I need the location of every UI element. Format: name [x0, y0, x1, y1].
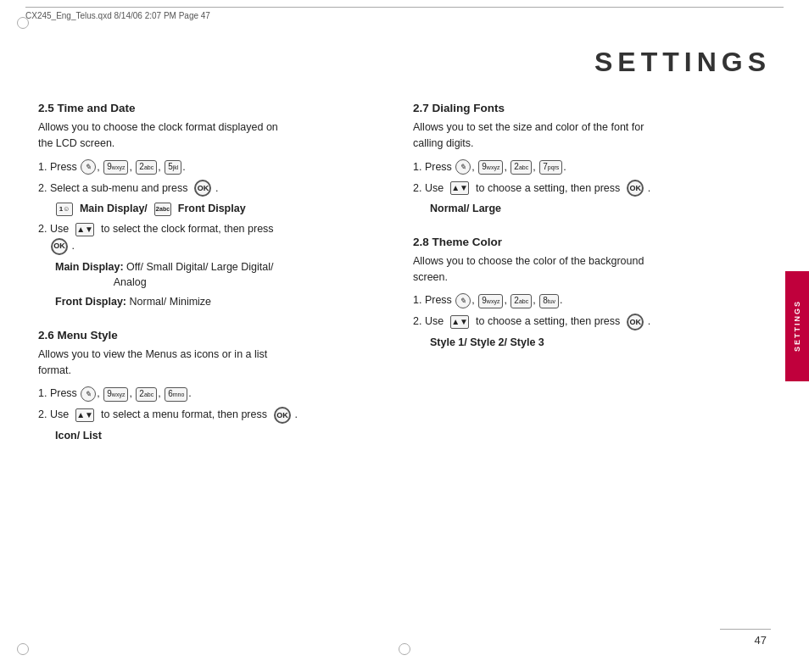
corner-circle-bl	[17, 643, 29, 655]
section-28-desc: Allows you to choose the color of the ba…	[413, 253, 762, 286]
section-25-values2: Front Display: Normal/ Minimize	[38, 294, 388, 310]
key-pencil-3: ✎	[455, 159, 471, 175]
corner-circle-bc	[399, 643, 410, 655]
section-26-step1: 1. Press ✎, 9wxyz, 2abc, 6mno.	[38, 385, 388, 402]
key-ok-2: OK	[51, 238, 68, 255]
section-dialing-fonts: 2.7 Dialing Fonts Allows you to set the …	[413, 102, 762, 217]
section-27-step2: 2. Use ▲▼ to choose a setting, then pres…	[413, 180, 762, 197]
right-column: 2.7 Dialing Fonts Allows you to set the …	[413, 102, 762, 621]
key-9: 9wxyz	[103, 160, 128, 175]
key-ok-1: OK	[194, 180, 211, 197]
section-28-title: 2.8 Theme Color	[413, 236, 762, 248]
section-27-step1: 1. Press ✎, 9wxyz, 2abc, 7pqrs.	[413, 158, 762, 175]
section-25-submenu: 1☺ Main Display/ 2abc Front Display	[38, 201, 388, 217]
section-28-step1: 1. Press ✎, 9wxyz, 2abc, 8tuv.	[413, 292, 762, 308]
icon-1abc: 1☺	[56, 203, 73, 216]
section-menu-style: 2.6 Menu Style Allows you to view the Me…	[38, 329, 388, 444]
sidebar-tab: SETTINGS	[785, 271, 809, 381]
section-27-desc: Allows you to set the size and color of …	[413, 119, 762, 152]
settings-title: SETTINGS	[594, 47, 771, 78]
section-27-title: 2.7 Dialing Fonts	[413, 102, 762, 114]
key-5: 5jkl	[165, 160, 181, 175]
section-time-date: 2.5 Time and Date Allows you to choose t…	[38, 102, 388, 310]
section-26-desc: Allows you to view the Menus as icons or…	[38, 347, 388, 379]
key-8: 8tuv	[539, 294, 559, 308]
section-25-title: 2.5 Time and Date	[38, 102, 388, 114]
sidebar-tab-label: SETTINGS	[793, 300, 801, 352]
key-2-3: 2abc	[511, 160, 532, 175]
key-9-4: 9wxyz	[478, 294, 503, 308]
key-ok-4: OK	[627, 180, 644, 197]
key-ok-5: OK	[627, 314, 644, 330]
section-28-step2: 2. Use ▲▼ to choose a setting, then pres…	[413, 313, 762, 330]
key-nav-2: ▲▼	[75, 408, 94, 422]
key-pencil-4: ✎	[455, 293, 471, 308]
section-25-step2: 2. Select a sub-menu and press OK .	[38, 180, 388, 197]
section-25-step1: 1. Press ✎, 9wxyz, 2abc, 5jkl.	[38, 158, 388, 175]
left-column: 2.5 Time and Date Allows you to choose t…	[38, 102, 388, 621]
key-9-3: 9wxyz	[478, 160, 503, 175]
label-styles: Style 1/ Style 2/ Style 3	[430, 336, 544, 348]
section-25-desc: Allows you to choose the clock format di…	[38, 119, 388, 152]
icon-2abc: 2abc	[154, 203, 171, 216]
section-theme-color: 2.8 Theme Color Allows you to choose the…	[413, 236, 762, 351]
section-26-values: Icon/ List	[38, 428, 388, 444]
label-main-display-values: Main Display:	[55, 261, 124, 273]
key-2-1: 2abc	[136, 160, 157, 175]
label-icon-list: Icon/ List	[55, 430, 102, 442]
section-26-title: 2.6 Menu Style	[38, 329, 388, 342]
section-25-step3: 2. Use ▲▼ to select the clock format, th…	[38, 220, 388, 255]
label-front-display-values: Front Display:	[55, 296, 126, 308]
label-front-display: Front Display	[178, 203, 246, 214]
page-number: 47	[755, 634, 767, 647]
key-ok-3: OK	[274, 407, 291, 424]
key-nav-4: ▲▼	[450, 315, 469, 329]
main-content: 2.5 Time and Date Allows you to choose t…	[38, 102, 762, 621]
section-27-values: Normal/ Large	[413, 201, 762, 217]
key-6: 6mno	[165, 387, 187, 402]
key-2-2: 2abc	[136, 387, 157, 402]
key-2-4: 2abc	[511, 294, 532, 308]
key-pencil-1: ✎	[81, 159, 96, 175]
page-rule	[720, 629, 771, 630]
key-9-2: 9wxyz	[103, 387, 128, 402]
key-nav-1: ▲▼	[75, 223, 94, 236]
section-28-values: Style 1/ Style 2/ Style 3	[413, 335, 762, 351]
label-normal-large: Normal/ Large	[430, 203, 501, 214]
section-26-step2: 2. Use ▲▼ to select a menu format, then …	[38, 406, 388, 424]
key-nav-3: ▲▼	[450, 181, 469, 195]
label-main-display: Main Display/	[80, 203, 148, 214]
top-bar: CX245_Eng_Telus.qxd 8/14/06 2:07 PM Page…	[25, 7, 784, 20]
section-25-values1: Main Display: Off/ Small Digital/ Large …	[38, 259, 388, 292]
key-pencil-2: ✎	[81, 386, 96, 402]
key-7: 7pqrs	[539, 160, 562, 175]
top-bar-text: CX245_Eng_Telus.qxd 8/14/06 2:07 PM Page…	[25, 11, 210, 20]
